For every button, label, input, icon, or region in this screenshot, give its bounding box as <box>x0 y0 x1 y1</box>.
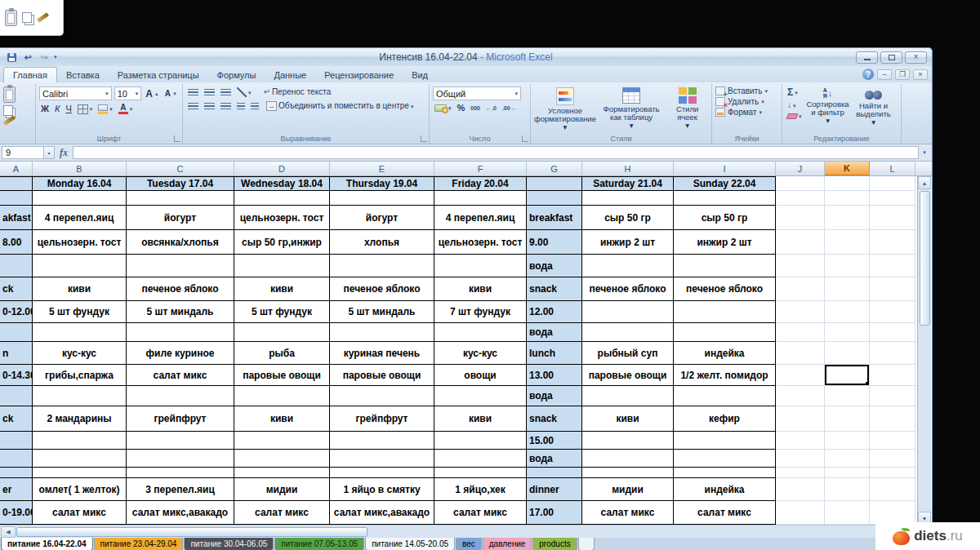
cell-J-r12[interactable] <box>776 432 825 450</box>
cell-L-r9[interactable] <box>870 365 915 386</box>
find-select-button[interactable]: Найти и выделить▾ <box>853 86 895 127</box>
cell-K-r2[interactable] <box>825 206 870 230</box>
cell-G-r10[interactable]: вода <box>527 386 582 406</box>
cell-B-r5[interactable]: киви <box>33 277 127 301</box>
cell-J-r8[interactable] <box>776 342 825 365</box>
column-header-H[interactable]: H <box>582 162 674 175</box>
number-format-combo[interactable]: Общий▾ <box>433 86 521 100</box>
sheet-tab-6[interactable]: давление <box>483 538 532 550</box>
cell-B-r11[interactable]: 2 мандарины <box>33 406 127 432</box>
cell-A-r5[interactable]: ck <box>0 277 33 301</box>
cell-K-r12[interactable] <box>825 432 870 450</box>
insert-cells-button[interactable]: Вставить▾ <box>715 86 778 95</box>
cell-C-r0[interactable]: Tuesday 17.04 <box>127 176 234 191</box>
cell-F-r11[interactable]: киви <box>434 406 527 432</box>
cell-D-r6[interactable]: 5 шт фундук <box>234 301 330 323</box>
fill-color-button[interactable]: ▾ <box>96 104 114 115</box>
cell-L-r11[interactable] <box>870 406 915 432</box>
cell-A-r6[interactable]: 0-12.00 <box>0 301 33 323</box>
cell-I-r3[interactable]: инжир 2 шт <box>674 230 776 255</box>
workbook-close-button[interactable]: × <box>913 69 928 80</box>
cell-B-r7[interactable] <box>33 323 127 342</box>
cell-J-r1[interactable] <box>776 191 825 206</box>
cell-G-r13[interactable]: вода <box>527 450 582 468</box>
cell-D-r4[interactable] <box>234 255 330 277</box>
cell-G-r11[interactable]: snack <box>527 406 582 432</box>
cell-I-r8[interactable]: индейка <box>674 342 776 365</box>
cell-D-r2[interactable]: цельнозерн. тост <box>234 206 330 230</box>
cell-E-r5[interactable]: печеное яблоко <box>330 277 434 301</box>
help-button[interactable]: ? <box>862 69 874 80</box>
cell-A-r16[interactable]: 0-19.00 <box>0 501 33 525</box>
cell-A-r15[interactable]: er <box>0 478 33 501</box>
cell-L-r7[interactable] <box>870 323 915 342</box>
cell-C-r1[interactable] <box>127 191 234 206</box>
cell-F-r5[interactable]: киви <box>434 277 527 301</box>
cell-C-r7[interactable] <box>127 323 234 342</box>
workbook-minimize-button[interactable]: – <box>877 69 892 80</box>
sheet-tab-3[interactable]: питание 07.05-13.05 <box>274 538 364 550</box>
cell-C-r2[interactable]: йогурт <box>127 206 234 230</box>
cell-F-r7[interactable] <box>434 323 527 342</box>
column-header-B[interactable]: B <box>33 162 127 175</box>
accounting-format-button[interactable]: ▾ <box>433 104 453 113</box>
cell-I-r10[interactable] <box>674 386 776 406</box>
sheet-tab-4[interactable]: питание 14.05-20.05 <box>365 538 455 550</box>
autosum-button[interactable]: Σ▾ <box>786 86 804 98</box>
merge-center-button[interactable]: ↔Объединить и поместить в центре▾ <box>265 100 415 112</box>
cell-L-r16[interactable] <box>870 501 915 525</box>
cell-K-r7[interactable] <box>825 323 870 342</box>
cell-E-r1[interactable] <box>330 191 434 206</box>
increase-indent-button[interactable] <box>249 102 261 111</box>
cell-B-r16[interactable]: салат микс <box>33 501 127 525</box>
cell-H-r3[interactable]: инжир 2 шт <box>582 230 674 255</box>
cell-I-r2[interactable]: сыр 50 гр <box>674 206 776 230</box>
cell-F-r14[interactable] <box>434 468 527 478</box>
align-middle-button[interactable] <box>203 88 216 97</box>
cell-C-r3[interactable]: овсянка/хлопья <box>127 230 234 255</box>
column-header-I[interactable]: I <box>674 162 776 175</box>
cell-L-r8[interactable] <box>870 342 915 365</box>
cell-E-r10[interactable] <box>330 386 434 406</box>
formula-bar-expand-icon[interactable]: ▾ <box>919 146 930 159</box>
cell-F-r1[interactable] <box>434 191 527 206</box>
cell-F-r13[interactable] <box>434 450 527 468</box>
undo-button[interactable]: ↩ <box>21 51 34 64</box>
horizontal-scroll-thumb[interactable] <box>16 527 368 537</box>
cell-C-r13[interactable] <box>127 450 234 468</box>
increase-decimal-button[interactable]: ←.0 <box>484 104 498 113</box>
cell-I-r11[interactable]: кефир <box>674 406 776 432</box>
cell-B-r2[interactable]: 4 перепел.яиц <box>33 206 127 230</box>
cell-H-r2[interactable]: сыр 50 гр <box>582 206 674 230</box>
cell-C-r14[interactable] <box>127 468 234 478</box>
cell-I-r4[interactable] <box>674 255 776 277</box>
cell-L-r2[interactable] <box>870 206 915 230</box>
cell-A-r2[interactable]: akfast <box>0 206 33 230</box>
cell-D-r1[interactable] <box>234 191 330 206</box>
cell-G-r0[interactable] <box>527 176 582 191</box>
font-size-combo[interactable]: 10▾ <box>114 86 142 100</box>
cell-E-r15[interactable]: 1 яйцо в смятку <box>330 478 434 501</box>
cell-C-r11[interactable]: грейпфрут <box>127 406 234 432</box>
column-header-C[interactable]: C <box>127 162 234 175</box>
align-center-button[interactable] <box>203 102 216 111</box>
cell-F-r6[interactable]: 7 шт фундук <box>434 301 527 323</box>
cell-G-r2[interactable]: breakfast <box>527 206 582 230</box>
cell-E-r16[interactable]: салат микс,авакадо <box>330 501 434 525</box>
format-cells-button[interactable]: Формат▾ <box>715 108 778 117</box>
cell-K-r0[interactable] <box>825 176 870 191</box>
underline-button[interactable]: Ч <box>64 104 73 114</box>
cell-A-r11[interactable]: ck <box>0 406 33 432</box>
cell-A-r3[interactable]: 8.00 <box>0 230 33 255</box>
cell-I-r12[interactable] <box>674 432 776 450</box>
cell-F-r12[interactable] <box>434 432 527 450</box>
ribbon-tab-1[interactable]: Вставка <box>57 68 109 82</box>
cell-E-r0[interactable]: Thursday 19.04 <box>330 176 434 191</box>
cell-G-r5[interactable]: snack <box>527 277 582 301</box>
cell-J-r5[interactable] <box>776 277 825 301</box>
cell-F-r2[interactable]: 4 перепел.яиц <box>434 206 527 230</box>
cell-B-r6[interactable]: 5 шт фундук <box>33 301 127 323</box>
cell-J-r10[interactable] <box>776 386 825 406</box>
sheet-tab-0[interactable]: питание 16.04-22.04 <box>1 538 93 550</box>
cell-C-r10[interactable] <box>127 386 234 406</box>
